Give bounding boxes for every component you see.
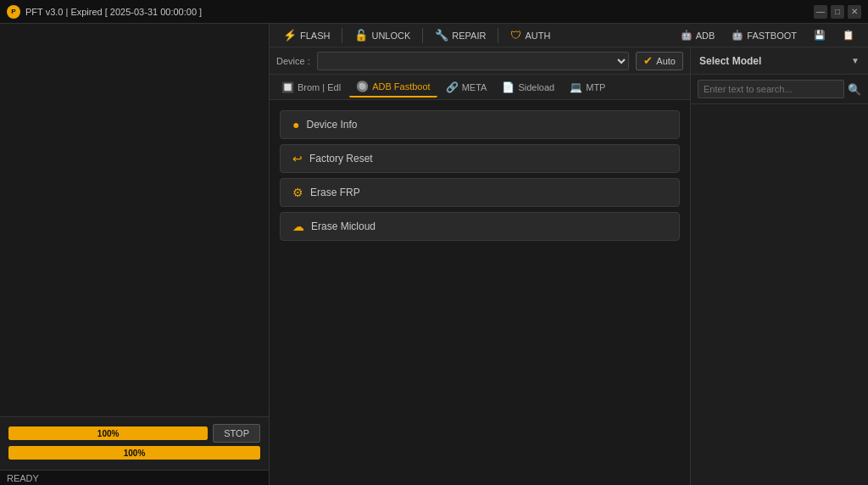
fastboot-icon: 🤖	[732, 30, 743, 41]
unlock-label: UNLOCK	[371, 31, 410, 41]
adb-icon: 🤖	[681, 30, 693, 41]
tab-sideload-label: Sideload	[518, 82, 554, 92]
flash-icon: ⚡	[283, 29, 297, 42]
fastboot-label: FASTBOOT	[747, 31, 797, 41]
erase-frp-label: Erase FRP	[310, 187, 360, 198]
stop-button[interactable]: STOP	[213, 424, 260, 443]
device-bar: Device : ✔ Auto	[270, 47, 690, 75]
tab-brom-label: Brom | Edl	[298, 82, 341, 92]
save-icon: 💾	[814, 30, 826, 41]
meta-icon: 🔗	[446, 81, 459, 93]
titlebar-left: P PFT v3.0 | Expired [ 2025-03-31 00:00:…	[7, 5, 202, 19]
unlock-button[interactable]: 🔓 UNLOCK	[348, 26, 417, 44]
auto-check-icon: ✔	[643, 54, 653, 67]
extra-btn-2[interactable]: 📋	[836, 28, 861, 42]
ready-label: READY	[7, 473, 39, 483]
center-panel: Device : ✔ Auto 🔲 Brom | Edl	[270, 47, 690, 485]
adb-tab-icon: 🔘	[356, 81, 369, 92]
tab-adb-label: ADB Fastboot	[372, 81, 430, 92]
repair-button[interactable]: 🔧 REPAIR	[428, 26, 492, 44]
toolbar-sep-3	[498, 28, 498, 43]
ready-status-bar: READY	[0, 470, 269, 485]
mtp-icon: 💻	[570, 81, 582, 93]
device-info-button[interactable]: ● Device Info	[280, 110, 680, 139]
device-label: Device :	[276, 56, 310, 66]
auth-button[interactable]: 🛡 AUTH	[504, 26, 557, 44]
toolbar-sep-2	[422, 28, 423, 43]
tabs-row: 🔲 Brom | Edl 🔘 ADB Fastboot 🔗 META 📄 Sid…	[270, 75, 690, 100]
auth-label: AUTH	[525, 31, 550, 41]
tab-adb-fastboot[interactable]: 🔘 ADB Fastboot	[349, 77, 437, 98]
tab-brom-edl[interactable]: 🔲 Brom | Edl	[275, 78, 348, 97]
flash-label: FLASH	[300, 31, 330, 41]
right-sidebar-header: Select Model ▼	[691, 47, 868, 75]
main-layout: 100% STOP 100% READY ⚡ FLASH	[0, 24, 868, 485]
right-sidebar: Select Model ▼ 🔍	[690, 47, 868, 485]
select-model-title: Select Model	[699, 55, 761, 67]
auth-icon: 🛡	[510, 29, 521, 42]
device-select[interactable]	[317, 52, 630, 70]
sideload-icon: 📄	[502, 81, 515, 93]
model-search-row: 🔍	[691, 75, 868, 104]
unlock-icon: 🔓	[354, 29, 368, 42]
progress-label-2: 100%	[8, 446, 260, 460]
left-panel: 100% STOP 100% READY	[0, 24, 270, 485]
repair-icon: 🔧	[435, 29, 448, 42]
window-controls: — □ ✕	[814, 5, 861, 19]
device-info-label: Device Info	[306, 119, 357, 131]
titlebar: P PFT v3.0 | Expired [ 2025-03-31 00:00:…	[0, 0, 868, 24]
toolbar-sep-1	[342, 28, 342, 43]
app-title: PFT v3.0 | Expired [ 2025-03-31 00:00:00…	[25, 7, 202, 17]
flash-button[interactable]: ⚡ FLASH	[276, 26, 337, 44]
progress-label-1: 100%	[8, 426, 208, 440]
left-log-area	[0, 24, 269, 416]
erase-micloud-button[interactable]: ☁ Erase Micloud	[280, 212, 680, 241]
extra-btn-1[interactable]: 💾	[807, 28, 832, 42]
tab-mtp[interactable]: 💻 MTP	[563, 78, 612, 97]
top-toolbar: ⚡ FLASH 🔓 UNLOCK 🔧 REPAIR 🛡 AUTH 🤖	[270, 24, 868, 47]
auto-label: Auto	[656, 56, 676, 66]
adb-label: ADB	[696, 31, 715, 41]
brom-icon: 🔲	[281, 81, 294, 93]
close-button[interactable]: ✕	[848, 5, 861, 19]
auto-button[interactable]: ✔ Auto	[636, 52, 683, 70]
progress-bar-1: 100%	[8, 426, 208, 440]
dropdown-arrow-icon[interactable]: ▼	[851, 56, 860, 65]
app-logo: P	[7, 5, 20, 19]
factory-reset-label: Factory Reset	[309, 153, 373, 164]
erase-micloud-label: Erase Micloud	[311, 220, 376, 232]
model-search-input[interactable]	[698, 80, 844, 98]
content-area: ● Device Info ↩ Factory Reset ⚙ Erase FR…	[270, 100, 690, 485]
toolbar-right-section: 🤖 ADB 🤖 FASTBOOT 💾 📋	[674, 28, 861, 42]
erase-frp-icon: ⚙	[292, 186, 303, 199]
erase-frp-button[interactable]: ⚙ Erase FRP	[280, 178, 680, 207]
progress-row-2: 100%	[8, 446, 260, 460]
left-bottom-controls: 100% STOP 100%	[0, 416, 269, 470]
right-area: ⚡ FLASH 🔓 UNLOCK 🔧 REPAIR 🛡 AUTH 🤖	[270, 24, 868, 485]
search-icon: 🔍	[848, 83, 861, 96]
fastboot-button[interactable]: 🤖 FASTBOOT	[725, 28, 804, 42]
content-and-sidebar: Device : ✔ Auto 🔲 Brom | Edl	[270, 47, 868, 485]
tab-sideload[interactable]: 📄 Sideload	[495, 78, 561, 97]
factory-reset-button[interactable]: ↩ Factory Reset	[280, 144, 680, 173]
device-info-icon: ●	[292, 118, 299, 131]
factory-reset-icon: ↩	[292, 152, 303, 165]
progress-row-1: 100% STOP	[8, 424, 260, 443]
minimize-button[interactable]: —	[814, 5, 827, 19]
progress-bar-2: 100%	[8, 446, 260, 460]
maximize-button[interactable]: □	[831, 5, 844, 19]
tab-meta[interactable]: 🔗 META	[439, 78, 494, 97]
adb-button[interactable]: 🤖 ADB	[674, 28, 722, 42]
tab-mtp-label: MTP	[586, 82, 605, 92]
tab-meta-label: META	[462, 82, 487, 92]
erase-micloud-icon: ☁	[292, 220, 304, 233]
clipboard-icon: 📋	[843, 30, 854, 41]
repair-label: REPAIR	[452, 31, 486, 41]
